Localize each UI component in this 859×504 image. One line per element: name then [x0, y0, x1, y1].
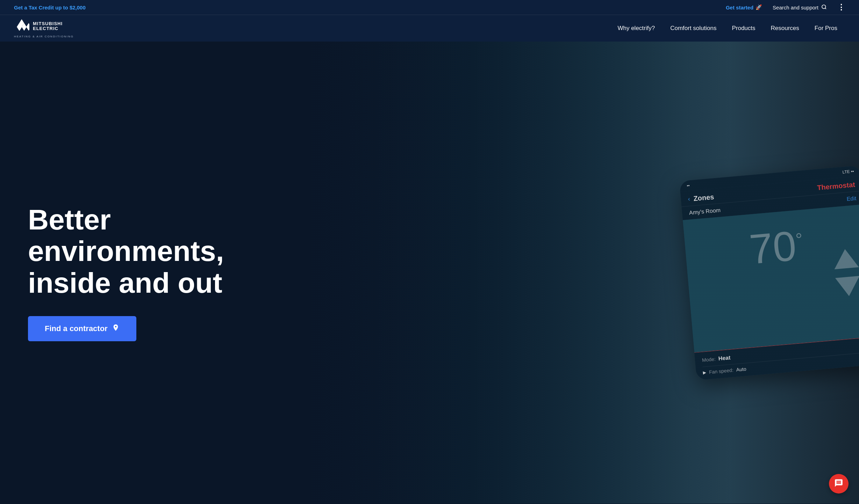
nav-item-for-pros[interactable]: For Pros [807, 20, 845, 37]
logo-top: MITSUBISHI ELECTRIC [14, 19, 63, 34]
nav-item-products[interactable]: Products [724, 20, 763, 37]
more-options-icon[interactable]: ⋮ [837, 3, 845, 12]
rocket-icon: 🚀 [756, 4, 762, 10]
hero-headline-line2: inside and out [28, 267, 222, 299]
contractor-icon [112, 324, 120, 334]
hero-content: Better environments, inside and out Find… [0, 204, 262, 341]
hero-headline: Better environments, inside and out [28, 204, 234, 299]
chat-widget[interactable] [829, 474, 849, 494]
top-right-actions: Get started 🚀 Search and support ⋮ [726, 3, 845, 12]
get-started-label: Get started [726, 5, 753, 10]
find-contractor-label: Find a contractor [45, 324, 108, 333]
get-started-link[interactable]: Get started 🚀 [726, 4, 762, 10]
logo[interactable]: MITSUBISHI ELECTRIC HEATING & AIR CONDIT… [14, 19, 77, 38]
logo-text: MITSUBISHI ELECTRIC [33, 21, 63, 31]
logo-brand-line2: ELECTRIC [33, 26, 63, 31]
svg-marker-4 [26, 23, 29, 31]
chat-icon [834, 479, 843, 489]
hero-section: •• LTE ▪▪ ‹ Zones Thermostat Amy's Room … [0, 42, 859, 504]
search-support-button[interactable]: Search and support [773, 4, 827, 11]
nav-item-resources[interactable]: Resources [763, 20, 807, 37]
nav-item-why-electrify[interactable]: Why electrify? [610, 20, 663, 37]
svg-point-0 [822, 5, 826, 9]
find-contractor-button[interactable]: Find a contractor [28, 316, 136, 341]
search-icon [821, 4, 827, 11]
svg-line-1 [825, 8, 826, 9]
nav-item-comfort-solutions[interactable]: Comfort solutions [663, 20, 724, 37]
tax-credit-text: Get a Tax Credit up to $2,000 [14, 5, 86, 10]
top-banner: Get a Tax Credit up to $2,000 Get starte… [0, 0, 859, 15]
logo-brand-line1: MITSUBISHI [33, 21, 63, 26]
logo-subtitle: HEATING & AIR CONDITIONING [14, 35, 74, 38]
nav-links: Why electrify? Comfort solutions Product… [91, 20, 845, 37]
mitsubishi-logo-icon [14, 19, 29, 34]
search-support-label: Search and support [773, 5, 818, 10]
navbar: MITSUBISHI ELECTRIC HEATING & AIR CONDIT… [0, 15, 859, 42]
hero-headline-line1: Better environments, [28, 204, 224, 267]
